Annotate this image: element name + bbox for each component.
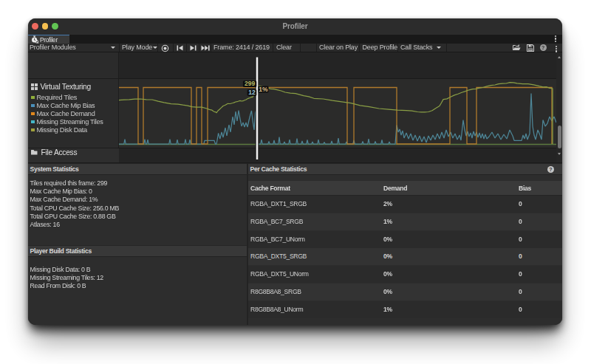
svg-text:299: 299 [245, 80, 255, 87]
svg-text:1%: 1% [259, 86, 268, 93]
svg-text:12: 12 [248, 89, 256, 96]
